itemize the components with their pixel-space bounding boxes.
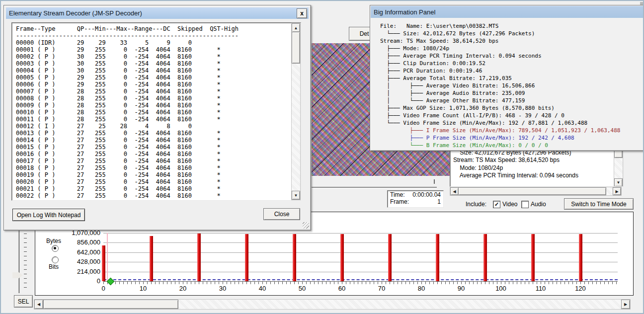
zoom-slider-tick xyxy=(24,234,27,234)
info-tree-line: File: Name: E:\user\temp\00382.MTS xyxy=(380,22,644,30)
x-axis-tick xyxy=(278,282,279,284)
x-axis-tick-label: 50 xyxy=(292,285,312,292)
open-log-button[interactable]: Open Log With Notepad xyxy=(12,209,85,221)
info-hscroll-thumb[interactable] xyxy=(458,187,606,195)
x-axis-tick-label: 90 xyxy=(451,285,471,292)
close-button[interactable]: Close xyxy=(263,208,300,220)
chart-gridline xyxy=(103,252,618,253)
decoder-titlebar[interactable]: Elementary Stream Decoder (JM-SP Decoder… xyxy=(6,7,309,19)
timeline-scroll-left-icon[interactable]: ◀ xyxy=(34,300,43,309)
include-label: Include: xyxy=(466,201,486,208)
x-axis-tick xyxy=(497,282,497,284)
audio-checkbox-label[interactable]: Audio xyxy=(531,201,546,208)
x-axis-tick xyxy=(282,282,283,284)
zoom-slider-track[interactable] xyxy=(18,226,20,293)
switch-to-time-mode-button[interactable]: Switch to Time Mode xyxy=(564,198,634,210)
x-axis-tick xyxy=(608,282,609,284)
sel-button[interactable]: SEL xyxy=(14,295,33,308)
decoder-scroll-thumb[interactable] xyxy=(292,32,300,64)
x-axis-tick xyxy=(386,282,386,284)
close-icon[interactable]: x xyxy=(297,8,307,18)
big-info-titlebar[interactable]: Big Information Panel xyxy=(371,6,644,18)
scroll-left-icon[interactable]: ◀ xyxy=(450,187,459,195)
preview-position-slider[interactable] xyxy=(312,187,437,188)
chart-gridline xyxy=(103,233,618,234)
x-axis-tick xyxy=(437,282,438,284)
decoder-scroll-up-icon[interactable]: ▲ xyxy=(292,23,300,32)
x-axis-tick xyxy=(254,282,255,284)
zoom-slider-tick xyxy=(24,247,27,247)
x-axis-tick xyxy=(449,282,450,284)
frame-label: Frame: xyxy=(390,198,409,205)
x-axis-tick xyxy=(151,282,152,284)
x-axis-tick xyxy=(394,282,394,284)
timeline-scroll-right-icon[interactable]: ▶ xyxy=(621,300,630,309)
x-axis-tick xyxy=(537,282,537,284)
x-axis-tick xyxy=(568,282,569,284)
x-axis-tick xyxy=(171,282,171,284)
x-axis-tick xyxy=(306,282,307,284)
decoder-vscrollbar[interactable]: ▲ ▼ xyxy=(291,23,301,200)
x-axis-tick xyxy=(219,282,219,284)
x-axis-tick xyxy=(143,282,144,284)
i-frame-bar xyxy=(579,234,582,281)
x-axis-tick xyxy=(465,282,466,284)
zoom-slider-tick xyxy=(24,251,27,252)
x-axis-tick xyxy=(382,282,382,284)
x-axis-tick xyxy=(274,282,275,284)
info-tree-line: └─── B Frame Size (Min/Ave/Max): 0 / 0 /… xyxy=(380,142,644,149)
x-axis-tick xyxy=(350,282,350,284)
x-axis-tick xyxy=(155,282,156,284)
audio-checkbox[interactable] xyxy=(521,201,529,208)
x-axis-tick xyxy=(318,282,319,284)
x-axis-tick xyxy=(123,282,124,284)
time-frame-box: Time: 0:00:00.04 Frame: 1 xyxy=(387,190,444,208)
x-axis-tick xyxy=(262,282,263,284)
x-axis-tick xyxy=(286,282,287,284)
x-axis-tick xyxy=(453,282,454,284)
y-axis-tick-label: 0 xyxy=(35,277,100,285)
x-axis-tick xyxy=(235,282,235,284)
x-axis-tick xyxy=(481,282,482,284)
zoom-slider-tick xyxy=(24,265,27,265)
chart-gridline xyxy=(103,272,618,272)
x-axis-tick-label: 110 xyxy=(531,285,551,292)
resize-grip-icon[interactable] xyxy=(303,222,309,229)
info-hscrollbar[interactable]: ◀ ▶ xyxy=(450,187,622,196)
x-axis-tick xyxy=(541,282,541,284)
timeline-scrollbar[interactable]: ◀ ▶ xyxy=(34,299,631,310)
zoom-slider-thumb[interactable] xyxy=(12,272,23,278)
x-axis-tick xyxy=(131,282,132,284)
chart-gridline xyxy=(103,242,618,243)
x-axis-tick xyxy=(322,282,322,284)
decoder-scroll-down-icon[interactable]: ▼ xyxy=(292,191,300,200)
x-axis-tick xyxy=(429,282,430,284)
x-axis-tick xyxy=(405,282,406,284)
x-axis-tick xyxy=(127,282,128,284)
x-axis-tick xyxy=(183,282,183,284)
x-axis-tick xyxy=(402,282,402,284)
i-frame-bar xyxy=(483,234,487,281)
x-axis-tick xyxy=(330,282,330,284)
scroll-down-icon[interactable]: ▼ xyxy=(614,178,623,187)
x-axis-tick xyxy=(576,282,577,284)
timeline-scroll-thumb[interactable] xyxy=(43,300,178,309)
x-axis-tick-label: 100 xyxy=(491,285,511,292)
x-axis-tick xyxy=(294,282,295,284)
video-checkbox-label[interactable]: Video xyxy=(502,201,517,208)
chart-cursor-line xyxy=(107,233,108,281)
info-tree-line: ├─── Video Frame Count (All-I/P/B): 468 … xyxy=(380,112,644,119)
decoder-listbox[interactable]: Frame--Type QP---Min---Max--Range---DC S… xyxy=(11,22,301,201)
x-axis-tick xyxy=(445,282,446,284)
x-axis-tick xyxy=(147,282,148,284)
zoom-slider-tick xyxy=(24,242,27,243)
x-axis-tick xyxy=(588,282,589,284)
x-axis-tick xyxy=(187,282,187,284)
i-frame-bar xyxy=(197,234,201,281)
x-axis-tick xyxy=(342,282,342,284)
video-checkbox[interactable] xyxy=(493,201,500,208)
scroll-right-icon[interactable]: ▶ xyxy=(613,187,621,195)
info-tree-line: │ ├─── Average Video Bitrate: 16,506,866 xyxy=(380,82,644,89)
x-axis-tick-label: 70 xyxy=(372,285,392,292)
x-axis-tick xyxy=(441,282,442,284)
